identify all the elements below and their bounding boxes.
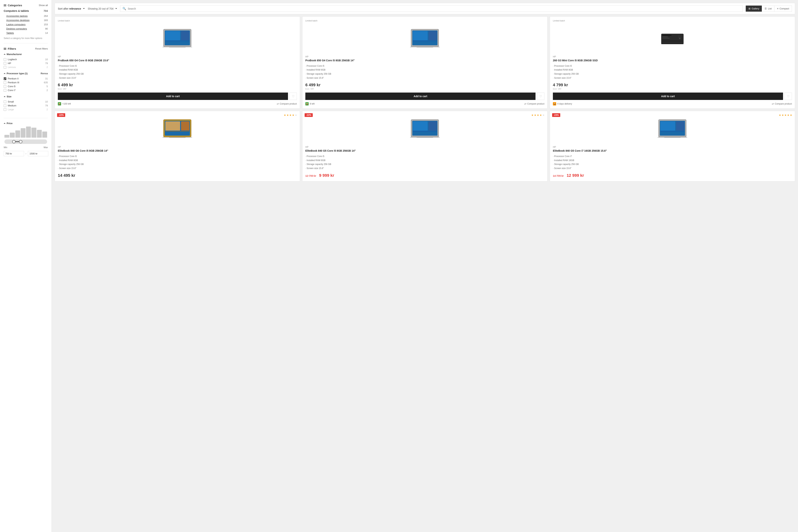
star-icon: ★ (539, 114, 542, 117)
stock-text: 4 days delivery (557, 102, 572, 105)
compare-button[interactable]: ⇄ Compare product (524, 102, 544, 106)
reset-filters-link[interactable]: Reset filters (35, 47, 48, 50)
wishlist-button[interactable]: ♡ (537, 93, 544, 100)
wishlist-button[interactable]: ♡ (289, 93, 297, 100)
processor-filter-header[interactable]: Processor type (1) Rensa (4, 72, 48, 75)
product-card: Limited batch HP ProBook 650 G4 Core i5 … (302, 16, 548, 109)
search-box: 🔍 (120, 5, 743, 12)
search-input[interactable] (128, 7, 740, 10)
core-i7-checkbox[interactable] (4, 89, 6, 92)
processor-reset-link[interactable]: Rensa (41, 72, 48, 75)
svg-rect-29 (163, 137, 192, 138)
product-brand: HP (553, 55, 792, 58)
categories-header: Categories Show all (4, 4, 48, 7)
category-list: Accessories laptops 264 Accessories desk… (4, 14, 48, 35)
product-image (305, 114, 544, 144)
product-footer: 📦 +100 left ⇄ Compare product (58, 102, 297, 106)
manufacturer-filter-header[interactable]: Manufacturer (4, 53, 48, 56)
price-bar (15, 130, 20, 138)
svg-rect-26 (181, 121, 189, 131)
compare-icon: ⇄ (524, 102, 527, 105)
compare-icon: ⇄ (277, 102, 279, 105)
compare-button[interactable]: ⇄ Compare product (277, 102, 297, 106)
top-bar: Sort after relevance Showing 20 out of 7… (55, 3, 795, 14)
price-inputs: - (4, 151, 48, 156)
category-item-accessories-laptops[interactable]: Accessories laptops 264 (4, 14, 48, 18)
medium-checkbox[interactable] (4, 104, 6, 107)
select-hint: Select a category for more filter option… (4, 37, 48, 40)
product-badge: Limited batch (58, 20, 297, 22)
product-footer: 📦 4 days delivery ⇄ Compare product (553, 102, 792, 106)
menu-icon (4, 4, 6, 6)
chevron-up-icon (4, 123, 5, 124)
product-card: Limited batch HP ProBook 650 G4 Core i5 … (55, 16, 300, 109)
manufacturer-lenova: Lenova 2 (4, 65, 48, 69)
category-item-accessories-desktops[interactable]: Accessories desktops 183 (4, 18, 48, 22)
compare-label: Compare product (527, 102, 544, 105)
manufacturer-hp: HP 79 (4, 61, 48, 65)
gallery-view-button[interactable]: ⊞ Gallery (746, 5, 762, 12)
svg-rect-40 (676, 121, 684, 131)
logitech-checkbox[interactable] (4, 58, 6, 61)
price-filter: Price Min Max (4, 122, 48, 156)
product-price: 6 499 kr (58, 82, 297, 88)
wishlist-button[interactable]: ♡ (784, 93, 792, 100)
price-old: 14 799 kr (553, 174, 564, 177)
sort-select[interactable]: Sort after relevance (58, 7, 85, 10)
price-min-input[interactable] (4, 151, 24, 156)
product-brand: HP (553, 146, 792, 148)
star-icon: ★ (787, 114, 790, 117)
show-all-link[interactable]: Show all (39, 4, 48, 7)
compact-view-button[interactable]: ≡ Compact (774, 5, 792, 12)
price-max-handle[interactable] (19, 140, 22, 143)
pentium-iii-checkbox[interactable] (4, 81, 6, 84)
processor-pentium-ii: Pentium II 31 (4, 77, 48, 80)
product-price: 4 799 kr (553, 82, 792, 88)
list-view-button[interactable]: ☰ List (762, 5, 774, 12)
compare-button[interactable]: ⇄ Compare product (772, 102, 792, 106)
add-to-cart-button[interactable]: Add to cart (553, 93, 783, 100)
star-empty-icon: ★ (295, 114, 297, 117)
add-to-cart-button[interactable]: Add to cart (305, 93, 535, 100)
small-checkbox[interactable] (4, 100, 6, 103)
category-item-laptop-computers[interactable]: Laptop computers 153 (4, 22, 48, 26)
price-bar (37, 130, 42, 138)
core-i5-checkbox[interactable] (4, 85, 6, 88)
price-container: 12 799 kr 9 999 kr (305, 173, 544, 178)
categories-section: Categories Show all Computers & tablets … (4, 4, 48, 43)
svg-rect-27 (165, 131, 189, 132)
svg-rect-41 (660, 131, 684, 132)
svg-rect-32 (413, 121, 428, 131)
product-image (58, 24, 297, 53)
categories-title: Categories (4, 4, 22, 7)
svg-rect-36 (410, 137, 440, 138)
showing-count: Showing 20 out of 704 (88, 7, 117, 10)
category-item-tablets[interactable]: Tablets 14 (4, 31, 48, 35)
category-item-desktop-computers[interactable]: Desktop computers 90 (4, 26, 48, 31)
discount-badge: -23% (552, 113, 560, 117)
svg-rect-9 (413, 31, 428, 40)
price-filter-header[interactable]: Price (4, 122, 48, 125)
rating-badge: ★ ★ ★ ★ ★ (779, 114, 792, 117)
processor-core-i7: Core i7 2 (4, 88, 48, 92)
view-buttons: ⊞ Gallery ☰ List ≡ Compact (746, 5, 792, 12)
rating-badge: ★ ★ ★ ★ ★ (284, 114, 297, 117)
svg-rect-22 (661, 43, 683, 44)
add-to-cart-button[interactable]: Add to cart (58, 93, 288, 100)
hp-checkbox[interactable] (4, 62, 6, 65)
pentium-ii-checkbox[interactable] (4, 77, 6, 80)
svg-point-18 (679, 38, 681, 39)
star-icon: ★ (537, 114, 539, 117)
price-min-handle[interactable] (12, 140, 16, 143)
product-specs: Processor Core i5 Installed RAM 8GB Stor… (553, 64, 792, 80)
price-max-input[interactable] (28, 151, 48, 156)
product-actions: Add to cart ♡ (305, 93, 544, 100)
product-specs: Processor Core i7 Installed RAM 16GB Sto… (553, 154, 792, 170)
svg-rect-11 (413, 41, 437, 41)
chevron-down-icon (83, 8, 85, 9)
sidebar: Categories Show all Computers & tablets … (0, 0, 52, 532)
stock-icon: 📦 (553, 102, 556, 106)
size-filter-header[interactable]: Size (4, 95, 48, 98)
product-grid: Limited batch HP ProBook 650 G4 Core i5 … (55, 16, 795, 182)
discount-badge: -22% (305, 113, 313, 117)
